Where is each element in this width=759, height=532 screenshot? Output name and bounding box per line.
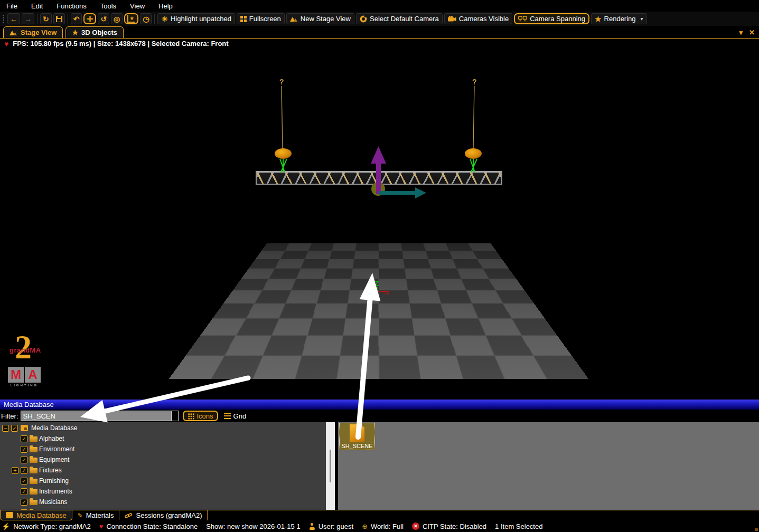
menu-tools[interactable]: Tools [100,2,116,10]
pencil-icon: ✎ [78,512,83,519]
folder-icon [30,436,38,442]
tree-row-fixtures[interactable]: + ✓ Fixtures [0,465,326,476]
menu-edit[interactable]: Edit [31,2,43,10]
broken-heart-icon: ♥ [99,523,104,530]
connection-state-status: ♥ Connection State: Standalone [99,522,198,530]
hoist-motor-left [275,148,292,159]
save-button[interactable] [53,13,65,24]
world-origin-axes: Z -x [373,279,390,296]
forward-button[interactable]: → [22,13,34,24]
checkbox-checked[interactable]: ✓ [21,499,27,506]
gizmo-x-arrow-head [415,187,426,198]
user-icon [309,523,315,530]
chain-hoist-left[interactable]: ? [275,78,292,172]
filter-row: Filter: Icons Grid [0,410,759,422]
undo-button[interactable]: ↶ [71,13,82,24]
menu-view[interactable]: View [130,2,145,10]
checkbox-checked[interactable]: ✓ [21,467,27,474]
folder-icon [30,500,38,505]
checkbox-checked[interactable]: ✓ [21,509,27,510]
selection-count-status: 1 Item Selected [495,522,542,530]
tree-row-musicians[interactable]: ✓ Musicians [0,497,326,507]
grid-view-button[interactable]: Grid [220,411,250,421]
reload-button[interactable]: ↻ [40,13,52,24]
tree-row-media-database[interactable]: − ✓ Media Database [0,423,326,433]
hoist-sling-left [280,159,287,172]
tree-row-environment[interactable]: ✓ Environment [0,444,326,454]
media-items-panel[interactable]: SH_SCENE [335,422,759,510]
move-tool-button[interactable]: ✛ [83,13,96,24]
tab-media-database[interactable]: Media Database [0,510,72,520]
highlight-unpatched-button[interactable]: ☀ Highlight unpatched [157,13,235,24]
select-default-camera-button[interactable]: Select Default Camera [356,13,443,24]
tree-label: Alphabet [39,435,64,442]
back-button[interactable]: ← [7,13,20,24]
status-bar: ⚡ Network Type: grandMA2 ♥ Connection St… [0,520,759,532]
dropdown-arrow-icon: ▾ [641,16,643,22]
star-icon: ★ [72,28,78,36]
fullscreen-icon [240,16,247,22]
filter-input[interactable] [21,411,172,421]
camera-icon [448,16,456,22]
tree-scrollbar[interactable] [326,422,335,510]
checkbox-checked[interactable]: ✓ [21,446,27,453]
cameras-visible-button[interactable]: Cameras Visible [444,13,512,24]
network-type-status: ⚡ Network Type: grandMA2 [2,522,91,530]
tree-label: Environment [39,445,74,453]
tab-stage-view[interactable]: Stage View [3,26,63,38]
tab-list-dropdown-icon[interactable]: ▾ [739,28,743,36]
new-stage-view-button[interactable]: New Stage View [286,13,354,24]
rendering-label: Rendering [604,15,636,23]
close-view-icon[interactable]: ✕ [749,28,755,36]
reload-icon: ↻ [43,15,49,23]
chain-hoist-right[interactable]: ? [465,78,482,172]
tab-3d-objects[interactable]: ★ 3D Objects [65,26,124,38]
folder-icon [30,479,38,484]
folder-icon [30,458,38,463]
menu-help[interactable]: Help [158,2,173,10]
tree-row-alphabet[interactable]: ✓ Alphabet [0,433,326,444]
tree-label: Instruments [39,488,72,495]
checkbox-checked[interactable]: ✓ [21,478,27,484]
icons-view-button[interactable]: Icons [183,411,218,421]
tree-scrollbar-thumb[interactable] [330,450,331,482]
menu-file[interactable]: File [6,2,17,10]
media-item-sh-scene[interactable]: SH_SCENE [339,423,375,450]
filter-input-endcap[interactable] [172,411,179,421]
checkbox-checked[interactable]: ✓ [21,435,27,442]
tab-sessions[interactable]: Sessions (grandMA2) [119,510,208,520]
tree-row-furnishing[interactable]: ✓ Furnishing [0,476,326,486]
orbit-tool-button[interactable]: ◎ [111,13,123,24]
axis-y-line [373,292,377,294]
checkbox-checked[interactable]: ✓ [21,457,27,463]
highlight-unpatched-label: Highlight unpatched [171,15,231,23]
stage-3d-viewport[interactable]: ? ? Z -x 2 grand [0,49,759,400]
logo-m-square: M [8,367,24,383]
menu-functions[interactable]: Functions [57,2,86,10]
collapse-box-icon[interactable]: − [2,425,9,432]
save-floppy-icon [56,16,62,22]
media-database-tree[interactable]: − ✓ Media Database ✓ Alphabet ✓ Environm… [0,422,326,510]
expand-box-icon[interactable]: + [12,467,18,474]
tree-row-people[interactable]: ✓ People [0,507,326,510]
checkbox-checked[interactable]: ✓ [11,425,18,432]
fullscreen-button[interactable]: Fullscreen [237,13,285,24]
undo-icon: ↶ [73,15,80,23]
citp-state-status: ✕ CITP State: Disabled [412,522,486,530]
move-gizmo[interactable] [371,146,426,198]
camera-spanning-button[interactable]: Camera Spanning [514,13,589,24]
icons-view-icon [188,413,194,420]
rendering-button[interactable]: ★ Rendering ▾ [591,13,647,24]
rotate-tool-button[interactable]: ↺ [98,13,109,24]
reset-time-view-button[interactable]: ◷ [140,13,152,24]
media-database-titlebar[interactable]: Media Database [0,400,759,410]
checkbox-checked[interactable]: ✓ [21,488,27,495]
default-view-button[interactable]: ★ [124,13,138,24]
rotate-icon: ↺ [100,15,107,23]
tree-row-equipment[interactable]: ✓ Equipment [0,454,326,465]
tab-materials[interactable]: ✎ Materials [72,510,120,520]
toolbar-grip-handle[interactable] [2,14,5,24]
media-database-window: Media Database Filter: Icons Grid − ✓ Me… [0,400,759,532]
logo-a-square: A [25,367,41,383]
tree-row-instruments[interactable]: ✓ Instruments [0,486,326,497]
